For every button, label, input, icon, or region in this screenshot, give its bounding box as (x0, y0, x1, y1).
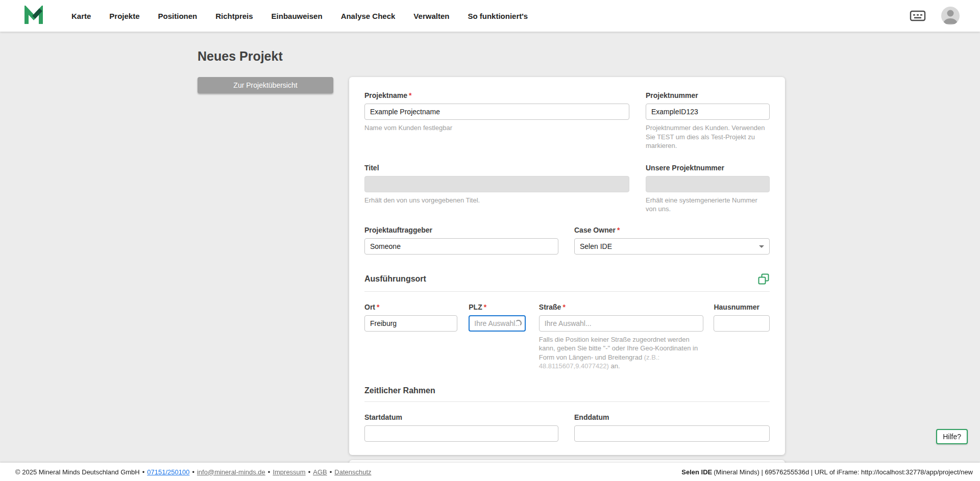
ort-input[interactable] (364, 315, 457, 332)
projektnummer-input[interactable] (646, 104, 770, 120)
enddatum-input[interactable] (574, 425, 770, 442)
server-icon[interactable] (910, 10, 926, 22)
main-navigation: Karte Projekte Positionen Richtpreis Ein… (71, 12, 546, 20)
required-marker: * (617, 226, 620, 234)
copy-icon[interactable] (757, 273, 770, 285)
section-title-ausfuehrungsort: Ausführungsort (364, 274, 426, 284)
required-marker: * (377, 303, 379, 311)
footer-left: © 2025 Mineral Minds Deutschland GmbH • … (15, 468, 372, 476)
section-divider (364, 401, 770, 402)
new-project-form-card: Projektname* Name vom Kunden festlegbar … (349, 77, 785, 455)
unsere-projektnummer-helper: Erhält eine systemgenerierte Nummer von … (646, 196, 770, 214)
copyright-text: © 2025 Mineral Minds Deutschland GmbH (15, 468, 140, 476)
unsere-projektnummer-label: Unsere Projektnummer (646, 164, 770, 172)
projektnummer-helper: Projektnummer des Kunden. Verwenden Sie … (646, 123, 770, 150)
nav-item-positionen[interactable]: Positionen (158, 12, 198, 20)
hausnummer-label: Hausnummer (714, 303, 770, 311)
footer-impressum-link[interactable]: Impressum (273, 468, 305, 476)
section-divider (364, 291, 770, 292)
loading-spinner-icon (515, 320, 522, 326)
projektauftraggeber-label: Projektauftraggeber (364, 226, 558, 234)
navbar-right (910, 7, 960, 25)
footer-datenschutz-link[interactable]: Datenschutz (334, 468, 371, 476)
footer: © 2025 Mineral Minds Deutschland GmbH • … (0, 463, 980, 481)
unsere-projektnummer-input (646, 176, 770, 192)
strasse-label: Straße* (539, 303, 704, 311)
projektname-helper: Name vom Kunden festlegbar (364, 123, 629, 133)
titel-label: Titel (364, 164, 629, 172)
footer-session-info: Selen IDE (Mineral Minds) | 69576255536d… (681, 468, 973, 476)
footer-agb-link[interactable]: AGB (313, 468, 327, 476)
startdatum-input[interactable] (364, 425, 558, 442)
section-title-zeitlicher-rahmen: Zeitlicher Rahmen (364, 386, 435, 395)
titel-helper: Erhält den von uns vorgegebenen Titel. (364, 196, 629, 205)
nav-item-projekte[interactable]: Projekte (109, 12, 139, 20)
case-owner-label: Case Owner* (574, 226, 770, 234)
titel-input (364, 176, 629, 192)
required-marker: * (484, 303, 486, 311)
session-details: (Mineral Minds) | 69576255536d | URL of … (714, 468, 973, 476)
enddatum-label: Enddatum (574, 413, 770, 421)
projektauftraggeber-input[interactable] (364, 238, 558, 255)
nav-item-verwalten[interactable]: Verwalten (413, 12, 449, 20)
required-marker: * (409, 91, 411, 99)
user-avatar[interactable] (941, 7, 960, 25)
mineral-minds-logo-icon[interactable] (23, 6, 44, 26)
footer-phone-link[interactable]: 07151/250100 (147, 468, 189, 476)
chevron-down-icon (759, 245, 764, 248)
ort-label: Ort* (364, 303, 457, 311)
projektname-input[interactable] (364, 104, 629, 120)
nav-item-richtpreis[interactable]: Richtpreis (215, 12, 253, 20)
footer-email-link[interactable]: info@mineral-minds.de (197, 468, 265, 476)
required-marker: * (562, 303, 565, 311)
plz-label: PLZ* (469, 303, 526, 311)
strasse-input[interactable] (539, 315, 704, 332)
page-title: Neues Projekt (198, 49, 980, 64)
nav-item-karte[interactable]: Karte (71, 12, 91, 20)
project-overview-button[interactable]: Zur Projektübersicht (198, 77, 333, 93)
startdatum-label: Startdatum (364, 413, 558, 421)
projektnummer-label: Projektnummer (646, 91, 770, 99)
projektname-label: Projektname* (364, 91, 629, 99)
hausnummer-input[interactable] (714, 315, 770, 332)
session-user: Selen IDE (681, 468, 712, 476)
nav-item-so-funktionierts[interactable]: So funktioniert's (468, 12, 528, 20)
main-content: Neues Projekt Zur Projektübersicht Proje… (0, 32, 980, 481)
nav-item-einbauweisen[interactable]: Einbauweisen (272, 12, 323, 20)
strasse-helper: Falls die Position keiner Straße zugeord… (539, 335, 704, 371)
top-navbar: Karte Projekte Positionen Richtpreis Ein… (0, 0, 980, 32)
nav-item-analyse-check[interactable]: Analyse Check (341, 12, 396, 20)
help-button[interactable]: Hilfe? (936, 429, 968, 444)
case-owner-select[interactable]: Selen IDE (574, 238, 770, 255)
